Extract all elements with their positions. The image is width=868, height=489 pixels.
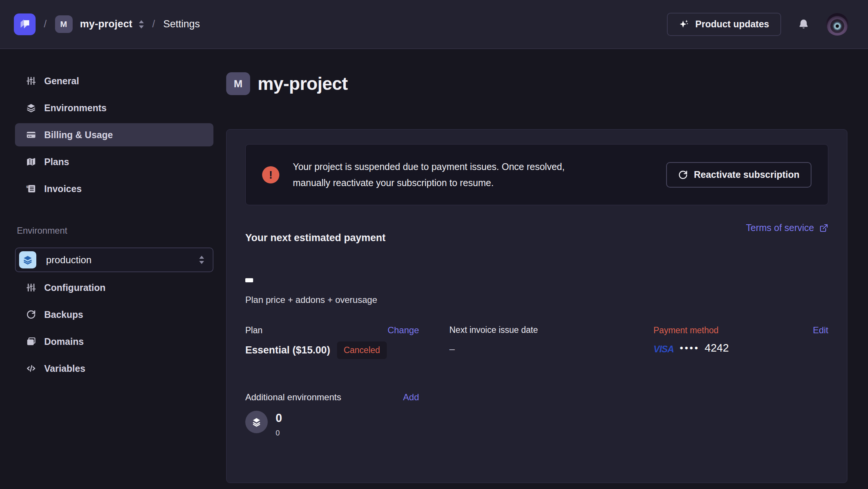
main-content: M my-project ! Your project is suspended… [226, 49, 868, 489]
sidebar-item-label: Plans [44, 157, 69, 167]
reactivate-subscription-label: Reactivate subscription [694, 169, 799, 180]
alert-message-line2: manually reactivate your subscription to… [293, 175, 565, 191]
sliders-icon [26, 76, 36, 86]
credit-card-icon [26, 130, 36, 140]
settings-sidebar: General Environments Billing & Usage [0, 49, 226, 489]
chevron-up-down-icon [139, 20, 144, 29]
sidebar-item-domains[interactable]: Domains [15, 330, 213, 353]
billing-card: ! Your project is suspended due to payme… [226, 129, 847, 483]
next-invoice-value: – [449, 343, 653, 355]
page-title: my-project [258, 73, 347, 94]
sidebar-item-label: Domains [44, 336, 84, 347]
plan-status-badge: Canceled [337, 341, 387, 359]
next-invoice-label: Next invoice issue date [449, 325, 538, 335]
user-avatar[interactable] [826, 13, 849, 36]
sidebar-item-billing-usage[interactable]: Billing & Usage [15, 123, 213, 146]
notifications-bell-icon[interactable] [798, 18, 810, 30]
breadcrumb-project-switcher[interactable]: M my-project [55, 15, 144, 33]
visa-logo: VISA [653, 344, 674, 355]
sidebar-item-label: Backups [44, 309, 83, 320]
card-number-dots: •••• [680, 342, 699, 354]
breadcrumb-separator: / [152, 18, 155, 30]
sidebar-item-label: Configuration [44, 282, 106, 293]
code-icon [26, 364, 36, 373]
environment-settings-nav: Configuration Backups Domains [15, 276, 213, 380]
plan-label: Plan [245, 325, 262, 335]
sidebar-item-variables[interactable]: Variables [15, 357, 213, 380]
alert-message-line1: Your project is suspended due to payment… [293, 159, 565, 175]
additional-environments-label: Additional environments [245, 392, 341, 403]
sidebar-item-label: Billing & Usage [44, 130, 113, 140]
invoice-icon: $ [26, 184, 36, 194]
breadcrumb-separator: / [44, 18, 47, 30]
sidebar-item-invoices[interactable]: $ Invoices [15, 177, 213, 200]
book-icon [26, 337, 36, 346]
next-payment-heading: Your next estimated payment [245, 222, 386, 244]
sidebar-item-general[interactable]: General [15, 69, 213, 92]
terms-of-service-link[interactable]: Terms of service [746, 222, 828, 233]
change-plan-link[interactable]: Change [388, 325, 419, 335]
refresh-icon [678, 170, 688, 180]
sparkles-icon [679, 19, 689, 30]
layers-icon [26, 103, 36, 113]
sidebar-item-label: General [44, 76, 79, 86]
environments-subcount: 0 [276, 429, 282, 437]
next-payment-empty-value [245, 278, 253, 282]
environment-select-value: production [46, 254, 91, 266]
alert-message: Your project is suspended due to payment… [293, 159, 565, 191]
project-initial-badge: M [55, 15, 73, 33]
layers-icon [251, 417, 262, 427]
chevron-up-down-icon [199, 255, 204, 264]
refresh-icon [26, 310, 36, 319]
next-payment-formula: Plan price + addons + overusage [245, 295, 828, 305]
sidebar-item-label: Variables [44, 363, 85, 374]
edit-payment-method-link[interactable]: Edit [813, 325, 828, 335]
environments-count: 0 [276, 412, 282, 424]
environments-count-icon [245, 411, 268, 433]
external-link-icon [819, 224, 828, 233]
sidebar-item-backups[interactable]: Backups [15, 303, 213, 326]
project-initial-badge: M [226, 72, 250, 95]
environment-icon-badge [19, 251, 36, 268]
suspension-alert: ! Your project is suspended due to payme… [245, 144, 828, 205]
plan-name: Essential ($15.00) [245, 344, 330, 356]
app-logo[interactable] [14, 13, 36, 35]
plan-column: Plan Change Essential ($15.00) Canceled [245, 325, 449, 359]
sidebar-item-label: Environments [44, 103, 107, 113]
breadcrumb-project-name: my-project [80, 18, 133, 30]
project-settings-nav: General Environments Billing & Usage [15, 69, 213, 200]
environment-select[interactable]: production [15, 247, 213, 272]
add-environment-link[interactable]: Add [403, 392, 419, 403]
product-updates-button[interactable]: Product updates [667, 13, 781, 36]
layers-icon [22, 255, 33, 265]
environment-section-label: Environment [17, 225, 213, 236]
sidebar-item-configuration[interactable]: Configuration [15, 276, 213, 299]
alert-exclamation-icon: ! [262, 166, 279, 183]
brand-logo-icon [18, 18, 31, 31]
map-icon [26, 157, 36, 167]
payment-method-label: Payment method [653, 325, 719, 335]
terms-of-service-label: Terms of service [746, 222, 814, 233]
svg-text:$: $ [26, 185, 28, 189]
sidebar-item-environments[interactable]: Environments [15, 96, 213, 119]
card-last4: 4242 [705, 342, 729, 354]
sliders-icon [26, 283, 36, 292]
top-navbar: / M my-project / Settings Product update… [0, 0, 868, 49]
sidebar-item-label: Invoices [44, 183, 82, 194]
additional-environments-section: Additional environments Add 0 0 [245, 392, 828, 437]
sidebar-item-plans[interactable]: Plans [15, 150, 213, 173]
payment-method-column: Payment method Edit VISA •••• 4242 [653, 325, 828, 359]
breadcrumb-page[interactable]: Settings [163, 18, 200, 30]
next-invoice-column: Next invoice issue date – [449, 325, 653, 359]
reactivate-subscription-button[interactable]: Reactivate subscription [666, 162, 811, 188]
product-updates-label: Product updates [695, 19, 769, 30]
